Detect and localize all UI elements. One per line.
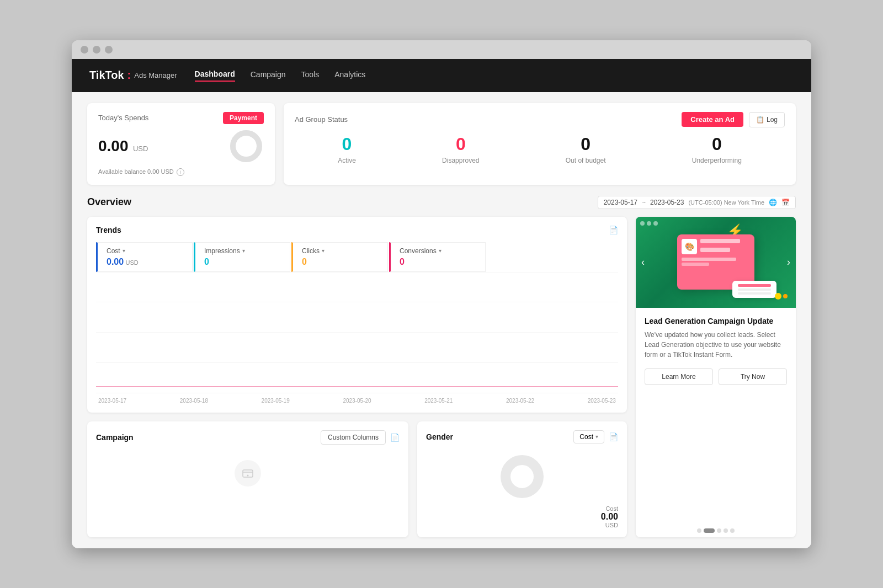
try-now-button[interactable]: Try Now bbox=[719, 368, 787, 385]
metric-clicks[interactable]: Clicks ▾ 0 bbox=[291, 242, 388, 272]
nav-logo: TikTok: Ads Manager bbox=[89, 69, 177, 82]
mock-bar-2 bbox=[700, 248, 730, 252]
info-icon[interactable]: i bbox=[177, 168, 184, 176]
gender-header: Gender Cost ▾ 📄 bbox=[426, 430, 618, 443]
sidebar-promo-card: ⚡ 🎨 bbox=[636, 217, 796, 537]
x-label-4: 2023-05-20 bbox=[343, 398, 371, 404]
overview-header: Overview 2023-05-17 ~ 2023-05-23 (UTC-05… bbox=[87, 196, 796, 209]
grid-line-4 bbox=[96, 362, 618, 363]
metric-impressions-label-row: Impressions ▾ bbox=[204, 247, 281, 255]
export-icon[interactable]: 📄 bbox=[609, 226, 618, 234]
gender-cost-info: Cost 0.00 USD bbox=[426, 505, 618, 528]
x-label-7: 2023-05-23 bbox=[588, 398, 616, 404]
browser-titlebar bbox=[72, 40, 811, 59]
deco-circle-1 bbox=[775, 293, 781, 300]
campaign-export-icon[interactable]: 📄 bbox=[390, 433, 400, 442]
grid-line-1 bbox=[96, 272, 618, 272]
top-row: Today's Spends Payment 0.00 USD Availabl… bbox=[87, 103, 796, 185]
overview-title: Overview bbox=[87, 196, 131, 208]
learn-more-button[interactable]: Learn More bbox=[645, 368, 713, 385]
mock-ui-container: ⚡ 🎨 bbox=[677, 234, 754, 290]
sdot-4[interactable] bbox=[724, 528, 728, 533]
mock-ui-header: 🎨 bbox=[682, 239, 750, 254]
nav-analytics[interactable]: Analytics bbox=[334, 70, 365, 81]
deco-circles bbox=[775, 293, 788, 300]
nav-links: Dashboard Campaign Tools Analytics bbox=[195, 70, 366, 82]
metric-cost-value: 0.00 bbox=[107, 257, 124, 266]
campaign-actions: Custom Columns 📄 bbox=[321, 430, 400, 445]
mock-bar-1 bbox=[700, 239, 740, 243]
spends-amount: 0.00 bbox=[98, 137, 129, 154]
empty-svg bbox=[241, 467, 254, 480]
sidebar-body: Lead Generation Campaign Update We've up… bbox=[636, 308, 796, 524]
mock-bar-3 bbox=[682, 258, 736, 261]
ad-group-header: Ad Group Status Create an Ad 📋 Log bbox=[295, 112, 785, 127]
sidebar-next-arrow[interactable]: › bbox=[787, 256, 790, 268]
payment-button[interactable]: Payment bbox=[223, 112, 264, 124]
nav-dashboard[interactable]: Dashboard bbox=[195, 70, 235, 82]
custom-columns-button[interactable]: Custom Columns bbox=[321, 430, 386, 445]
svg-point-1 bbox=[233, 133, 259, 159]
metric-cost-unit: USD bbox=[125, 259, 138, 266]
status-active-label: Active bbox=[338, 157, 356, 164]
spends-amount-group: 0.00 USD bbox=[98, 137, 148, 155]
float-bar-3 bbox=[738, 292, 771, 295]
gender-card: Gender Cost ▾ 📄 bbox=[417, 421, 627, 537]
sdot-3[interactable] bbox=[717, 528, 721, 533]
img-dot-3 bbox=[653, 221, 658, 226]
image-dots bbox=[640, 221, 658, 226]
img-dot-1 bbox=[640, 221, 645, 226]
spends-body: 0.00 USD bbox=[98, 129, 264, 164]
x-label-2: 2023-05-18 bbox=[180, 398, 208, 404]
campaign-gender-row: Campaign Custom Columns 📄 bbox=[87, 421, 627, 537]
metric-clicks-label: Clicks bbox=[302, 247, 320, 255]
status-underperforming-label: Underperforming bbox=[692, 157, 742, 164]
gender-cost-unit: USD bbox=[426, 522, 618, 528]
x-label-1: 2023-05-17 bbox=[98, 398, 126, 404]
nav-campaign[interactable]: Campaign bbox=[251, 70, 286, 81]
nav-tools[interactable]: Tools bbox=[301, 70, 320, 81]
gender-export-icon[interactable]: 📄 bbox=[609, 432, 618, 441]
create-ad-button[interactable]: Create an Ad bbox=[682, 112, 743, 127]
sidebar-actions: Learn More Try Now bbox=[645, 368, 787, 385]
sidebar-update-title: Lead Generation Campaign Update bbox=[645, 317, 787, 325]
metric-cost[interactable]: Cost ▾ 0.00 USD bbox=[96, 242, 193, 272]
spends-header: Today's Spends Payment bbox=[98, 112, 264, 124]
sdot-1[interactable] bbox=[697, 528, 701, 533]
trends-card: Trends 📄 Cost ▾ 0.00 USD bbox=[87, 217, 627, 413]
metric-impressions-chevron: ▾ bbox=[242, 248, 245, 254]
sdot-5[interactable] bbox=[730, 528, 735, 533]
metric-impressions-label: Impressions bbox=[204, 247, 240, 255]
sdot-2[interactable] bbox=[704, 528, 715, 533]
gender-title: Gender bbox=[426, 432, 453, 441]
metric-clicks-chevron: ▾ bbox=[322, 248, 325, 254]
status-active: 0 Active bbox=[338, 134, 356, 164]
status-underperforming: 0 Underperforming bbox=[692, 134, 742, 164]
donut-chart bbox=[228, 129, 264, 164]
svg-point-3 bbox=[247, 474, 249, 476]
metric-conversions[interactable]: Conversions ▾ 0 bbox=[389, 242, 486, 272]
mock-ui-logo: 🎨 bbox=[682, 239, 697, 254]
spends-title: Today's Spends bbox=[98, 114, 148, 122]
ad-group-card: Ad Group Status Create an Ad 📋 Log 0 Act… bbox=[284, 103, 796, 185]
deco-circle-2 bbox=[783, 294, 788, 298]
log-button[interactable]: 📋 Log bbox=[749, 112, 785, 127]
ad-group-title: Ad Group Status bbox=[295, 115, 348, 124]
status-budget-number: 0 bbox=[566, 134, 606, 154]
calendar-icon[interactable]: 📅 bbox=[781, 199, 790, 206]
x-label-5: 2023-05-21 bbox=[424, 398, 453, 404]
date-range-picker[interactable]: 2023-05-17 ~ 2023-05-23 (UTC-05:00) New … bbox=[598, 196, 796, 209]
status-out-of-budget: 0 Out of budget bbox=[566, 134, 606, 164]
grid-line-2 bbox=[96, 302, 618, 302]
log-icon: 📋 bbox=[756, 116, 764, 124]
cost-dropdown[interactable]: Cost ▾ bbox=[573, 430, 604, 443]
sidebar-image: ⚡ 🎨 bbox=[636, 217, 796, 308]
metric-cost-label-row: Cost ▾ bbox=[107, 247, 183, 255]
sidebar-pagination-dots bbox=[636, 524, 796, 537]
browser-dot-red bbox=[81, 46, 88, 54]
main-content: Today's Spends Payment 0.00 USD Availabl… bbox=[72, 92, 811, 548]
sidebar-prev-arrow[interactable]: ‹ bbox=[641, 256, 645, 268]
metric-impressions[interactable]: Impressions ▾ 0 bbox=[194, 242, 290, 272]
metric-clicks-value: 0 bbox=[302, 257, 379, 267]
ad-group-actions: Create an Ad 📋 Log bbox=[682, 112, 785, 127]
